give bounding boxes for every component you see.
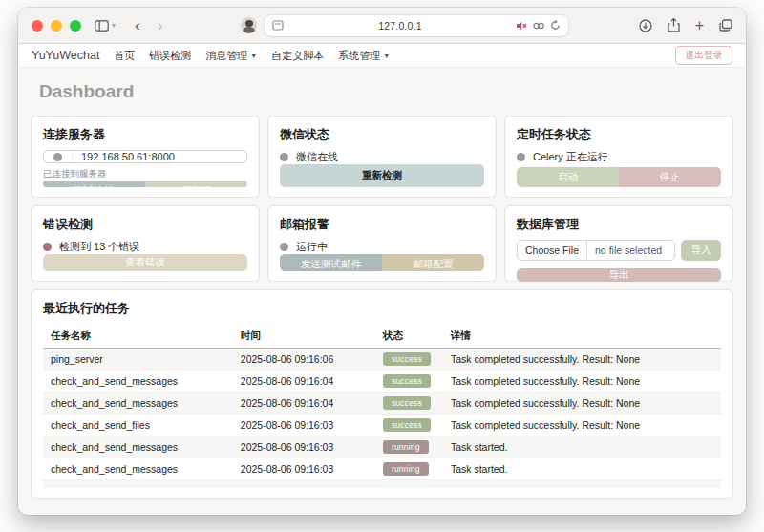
share-icon[interactable] (668, 18, 680, 32)
file-status-text: no file selected (587, 245, 669, 256)
table-row: check_and_send_messages 2025-08-06 09:16… (43, 371, 721, 393)
card-error-detection: 错误检测 检测到 13 个错误 查看错误 (31, 205, 260, 282)
reload-icon[interactable] (550, 20, 561, 31)
start-button[interactable]: 启动 (517, 167, 619, 187)
card-wechat-status: 微信状态 微信在线 重新检测 (267, 116, 497, 198)
export-button[interactable]: 导出 (517, 268, 721, 282)
chevron-down-icon: ▼ (250, 53, 257, 59)
nav-item-error-detect[interactable]: 错误检测 (149, 49, 191, 63)
browser-titlebar: ▾ ‹ › 127.0.0.1 (18, 8, 746, 44)
table-title: 最近执行的任务 (43, 300, 721, 317)
card-email-alert: 邮箱报警 运行中 发送测试邮件 邮箱配置 (267, 205, 497, 282)
file-input[interactable]: Choose File no file selected (517, 240, 675, 261)
table-row: check_and_send_messages 2025-08-06 09:16… (43, 458, 721, 480)
card-title: 错误检测 (43, 216, 247, 233)
nav-item-message-manage[interactable]: 消息管理▼ (205, 49, 257, 63)
header-task-name: 任务名称 (43, 325, 233, 349)
new-tab-icon[interactable]: + (695, 17, 704, 34)
site-navbar: YuYuWechat 首页 错误检测 消息管理▼ 自定义脚本 系统管理▼ 退出登… (18, 44, 746, 68)
send-test-mail-button[interactable]: 发送测试邮件 (280, 254, 382, 271)
card-server-connection: 连接服务器 已连接到服务器 测试连接 保存IP (31, 116, 260, 198)
traffic-lights (32, 20, 81, 32)
table-row: check_and_send_messages 2025-08-06 09:16… (43, 393, 721, 415)
email-status-dot (280, 243, 288, 251)
back-button[interactable]: ‹ (135, 17, 140, 33)
error-status-dot (43, 243, 52, 251)
server-ip-box (43, 150, 247, 163)
tab-overview-icon[interactable] (719, 19, 732, 32)
zoom-window-button[interactable] (70, 20, 81, 32)
card-database-manage: 数据库管理 Choose File no file selected 导入 导出 (504, 205, 733, 282)
status-badge: success (383, 396, 431, 410)
tasks-table: 任务名称 时间 状态 详情 ping_server 2025-08-06 09:… (43, 325, 721, 479)
server-status-dot (53, 153, 62, 161)
chevron-down-icon: ▼ (383, 53, 390, 59)
status-badge: success (383, 374, 431, 388)
page-title: Dashboard (31, 81, 733, 102)
stop-button[interactable]: 停止 (619, 167, 721, 187)
table-row: check_and_send_files 2025-08-06 09:16:03… (43, 415, 721, 436)
sidebar-toggle-icon[interactable] (95, 20, 109, 32)
card-title: 连接服务器 (43, 126, 247, 143)
forward-button[interactable]: › (158, 17, 163, 33)
sidebar-chevron-icon[interactable]: ▾ (112, 21, 116, 30)
test-connection-button[interactable]: 测试连接 (43, 181, 145, 187)
close-window-button[interactable] (32, 20, 43, 32)
card-title: 数据库管理 (517, 216, 721, 233)
card-scheduler-status: 定时任务状态 Celery 正在运行 启动 停止 (504, 116, 733, 198)
nav-item-home[interactable]: 首页 (114, 49, 135, 63)
table-header-row: 任务名称 时间 状态 详情 (43, 325, 721, 349)
server-status-text: 已连接到服务器 (43, 168, 247, 181)
translate-icon[interactable] (533, 21, 544, 31)
card-title: 邮箱报警 (280, 216, 484, 233)
card-grid: 连接服务器 已连接到服务器 测试连接 保存IP 微信状态 (31, 116, 733, 282)
header-detail: 详情 (443, 325, 721, 349)
address-bar[interactable]: 127.0.0.1 (265, 15, 568, 36)
nav-item-system-manage[interactable]: 系统管理▼ (338, 49, 390, 63)
scheduler-status-dot (517, 153, 525, 161)
error-status-text: 检测到 13 个错误 (59, 240, 139, 254)
save-ip-button[interactable]: 保存IP (145, 181, 247, 187)
status-badge: running (383, 462, 429, 476)
recent-tasks-card: 最近执行的任务 任务名称 时间 状态 详情 ping_server 2 (31, 289, 733, 499)
dashboard-content: Dashboard 连接服务器 已连接到服务器 测试连接 保存IP (18, 68, 746, 515)
nav-item-custom-script[interactable]: 自定义脚本 (271, 49, 324, 63)
card-title: 定时任务状态 (517, 126, 721, 143)
status-badge: success (383, 352, 431, 366)
scheduler-status-text: Celery 正在运行 (533, 150, 608, 164)
web-page: YuYuWechat 首页 错误检测 消息管理▼ 自定义脚本 系统管理▼ 退出登… (18, 44, 746, 515)
status-badge: running (383, 440, 429, 454)
browser-window: ▾ ‹ › 127.0.0.1 (18, 8, 746, 515)
page-format-icon[interactable] (272, 20, 284, 31)
brand[interactable]: YuYuWechat (32, 49, 99, 62)
table-row-partial (43, 479, 721, 488)
mail-config-button[interactable]: 邮箱配置 (382, 254, 484, 271)
import-button[interactable]: 导入 (681, 240, 721, 261)
header-status: 状态 (375, 325, 443, 349)
table-row: ping_server 2025-08-06 09:16:06 success … (43, 349, 721, 371)
email-status-text: 运行中 (296, 240, 328, 254)
wechat-status-text: 微信在线 (296, 150, 338, 164)
mute-audio-icon[interactable] (517, 21, 527, 31)
recheck-button[interactable]: 重新检测 (280, 164, 484, 187)
wechat-status-dot (280, 153, 288, 161)
downloads-icon[interactable] (639, 19, 652, 32)
choose-file-button[interactable]: Choose File (518, 241, 587, 260)
card-title: 微信状态 (280, 126, 484, 143)
url-text[interactable]: 127.0.0.1 (289, 20, 511, 32)
logout-button[interactable]: 退出登录 (675, 46, 732, 65)
header-time: 时间 (233, 325, 375, 349)
profile-extension-icon[interactable] (241, 17, 257, 33)
table-row: check_and_send_messages 2025-08-06 09:16… (43, 436, 721, 458)
view-errors-button[interactable]: 查看错误 (43, 254, 247, 271)
status-badge: success (383, 418, 431, 432)
minimize-window-button[interactable] (51, 20, 62, 32)
server-ip-input[interactable] (73, 151, 246, 162)
